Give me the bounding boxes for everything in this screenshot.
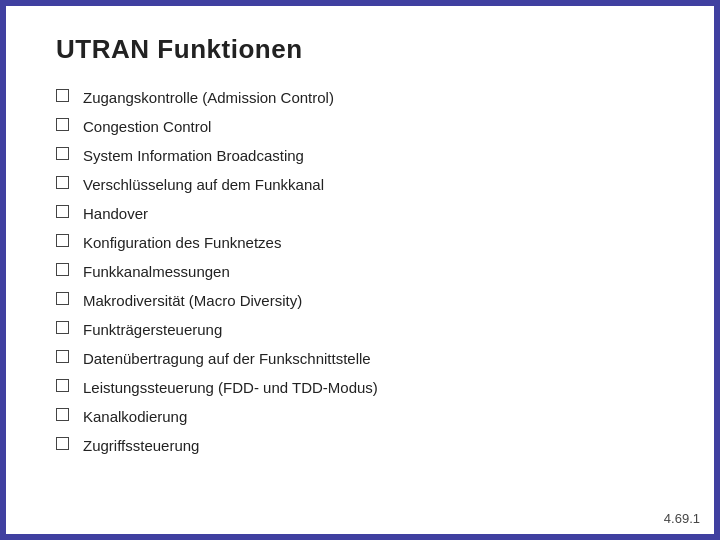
bullet-checkbox-icon — [56, 350, 69, 363]
bullet-checkbox-icon — [56, 408, 69, 421]
list-item: Funkträgersteuerung — [56, 319, 674, 340]
bullet-checkbox-icon — [56, 437, 69, 450]
list-item: Konfiguration des Funknetzes — [56, 232, 674, 253]
list-item: Datenübertragung auf der Funkschnittstel… — [56, 348, 674, 369]
bullet-checkbox-icon — [56, 321, 69, 334]
bullet-checkbox-icon — [56, 118, 69, 131]
list-item: Funkkanalmessungen — [56, 261, 674, 282]
right-border — [714, 0, 720, 540]
page-number: 4.69.1 — [664, 511, 700, 526]
bullet-checkbox-icon — [56, 176, 69, 189]
bullet-text: Kanalkodierung — [83, 406, 674, 427]
bullet-checkbox-icon — [56, 89, 69, 102]
bullet-text: Makrodiversität (Macro Diversity) — [83, 290, 674, 311]
bullet-list: Zugangskontrolle (Admission Control)Cong… — [56, 87, 674, 456]
bullet-text: Handover — [83, 203, 674, 224]
list-item: System Information Broadcasting — [56, 145, 674, 166]
list-item: Kanalkodierung — [56, 406, 674, 427]
bottom-border — [0, 534, 720, 540]
list-item: Leistungssteuerung (FDD- und TDD-Modus) — [56, 377, 674, 398]
slide-container: UTRAN Funktionen Zugangskontrolle (Admis… — [0, 0, 720, 540]
bullet-text: Zugriffssteuerung — [83, 435, 674, 456]
bullet-text: Congestion Control — [83, 116, 674, 137]
bullet-text: Konfiguration des Funknetzes — [83, 232, 674, 253]
list-item: Congestion Control — [56, 116, 674, 137]
bullet-text: Datenübertragung auf der Funkschnittstel… — [83, 348, 674, 369]
slide-title: UTRAN Funktionen — [56, 34, 674, 65]
bullet-checkbox-icon — [56, 147, 69, 160]
list-item: Makrodiversität (Macro Diversity) — [56, 290, 674, 311]
list-item: Zugangskontrolle (Admission Control) — [56, 87, 674, 108]
bullet-text: Verschlüsselung auf dem Funkkanal — [83, 174, 674, 195]
list-item: Zugriffssteuerung — [56, 435, 674, 456]
bullet-text: Leistungssteuerung (FDD- und TDD-Modus) — [83, 377, 674, 398]
bullet-checkbox-icon — [56, 292, 69, 305]
bullet-text: System Information Broadcasting — [83, 145, 674, 166]
slide-content: UTRAN Funktionen Zugangskontrolle (Admis… — [6, 6, 714, 534]
bullet-checkbox-icon — [56, 205, 69, 218]
bullet-text: Zugangskontrolle (Admission Control) — [83, 87, 674, 108]
list-item: Verschlüsselung auf dem Funkkanal — [56, 174, 674, 195]
list-item: Handover — [56, 203, 674, 224]
bullet-checkbox-icon — [56, 263, 69, 276]
bullet-checkbox-icon — [56, 379, 69, 392]
bullet-text: Funkträgersteuerung — [83, 319, 674, 340]
bullet-text: Funkkanalmessungen — [83, 261, 674, 282]
bullet-checkbox-icon — [56, 234, 69, 247]
